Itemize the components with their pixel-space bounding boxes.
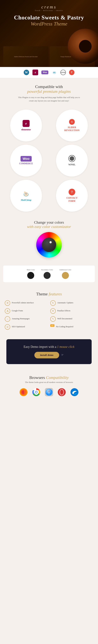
woocommerce-bar-icon: Woo [41, 70, 48, 74]
hero-preview: Author's Delicious Sweets and Chocolate … [0, 26, 98, 67]
swatch-secondary-label: Secondary Color [41, 269, 53, 271]
feature-seo-icon: ◎ [5, 324, 10, 330]
color-wheel [36, 232, 62, 258]
feature-seo: ◎ SEO Optimized [5, 324, 48, 330]
demo-section-wrapper: Easy Demo import with a 1 mouse click in… [0, 334, 98, 370]
cf7-label: CONTACTFORM [67, 197, 78, 202]
color-section: Change your colors with easy color custo… [0, 216, 98, 264]
preview-card-inner-1: Author's Delicious Sweets and Chocolate [3, 46, 48, 67]
mailchimp-icon [22, 190, 30, 198]
brand-tagline: fresh · delicious · sweets [35, 10, 63, 11]
swatch-secondary: Secondary Color [41, 269, 53, 279]
color-wheel-dot [49, 241, 52, 243]
contactform7-card: 7 CONTACTFORM [56, 180, 88, 212]
chrome-icon [32, 388, 40, 396]
compatible-heading-accent: powerful premium plugins [27, 89, 71, 94]
wpml-inner [70, 156, 74, 161]
features-heading-normal: Theme [36, 292, 48, 296]
feature-parallax: ✉ Parallax Effects [50, 308, 93, 314]
feature-nocoding: 4/5 No Coding Required [50, 324, 93, 330]
feature-documented-text: Well Documented [57, 316, 72, 320]
mailchimp-label: MailChimp [21, 199, 31, 202]
brand-logo: crems fresh · delicious · sweets [35, 4, 63, 11]
features-heading: Theme features [3, 292, 95, 296]
color-swatches: Main Color Secondary Color Additional Co… [3, 266, 95, 282]
elementor-icon: e [23, 120, 30, 127]
swatch-main: Main Color [27, 269, 35, 279]
svg-point-9 [25, 193, 26, 194]
slider-revolution-card: S SLIDERREVOLUTION [56, 110, 88, 142]
elementor-bar-icon: e [32, 70, 38, 75]
svg-text:MC: MC [53, 72, 56, 73]
hero-title: Chocolate Sweets & Pastry WordPress Them… [14, 14, 84, 27]
feature-updates-icon: ↻ [50, 300, 56, 306]
swatch-additional-circle [62, 272, 69, 279]
feature-admin-icon: ⚙ [5, 300, 10, 306]
color-heading-accent: with easy color customizator [27, 224, 71, 229]
feature-homepages-text: Amazing Homepages [12, 316, 30, 320]
compatible-heading: Compatible with powerful premium plugins [5, 84, 93, 94]
woocommerce-card: Woo COMMERCE [10, 145, 42, 176]
woo-badge: Woo [20, 156, 32, 162]
hero-section: crems fresh · delicious · sweets Chocola… [0, 0, 98, 67]
feature-parallax-icon: ✉ [50, 308, 56, 314]
firefox-icon-wrap [19, 388, 28, 397]
revolution-bar-icon [69, 70, 75, 75]
feature-fonts: A Google Fonts [5, 308, 48, 314]
install-demo-button[interactable]: install demo [34, 352, 59, 358]
hero-title-line1: Chocolate Sweets & Pastry [14, 14, 84, 21]
browser-icons [3, 388, 95, 397]
browsers-heading-accent: Compatibility [46, 375, 69, 380]
features-grid: ⚙ Powerfull Admin interface ↻ Automatic … [3, 300, 95, 330]
plugins-bar: W e Woo MC WPML [0, 67, 98, 78]
brand-name: crems [35, 4, 63, 10]
preview-card-1: Author's Delicious Sweets and Chocolate [3, 46, 48, 67]
demo-heading: Easy Demo import with a 1 mouse click [9, 345, 89, 349]
feature-homepages: ⌂ Amazing Homepages [5, 316, 48, 322]
feature-documented: ✎ Well Documented [50, 316, 93, 322]
wpml-icon [68, 155, 75, 162]
feature-updates-text: Automatic Updates [57, 300, 73, 304]
elementor-card: e elementor [10, 110, 42, 142]
feature-fonts-icon: A [5, 308, 10, 314]
feature-homepages-icon: ⌂ [5, 316, 10, 322]
browsers-heading: Browsers Compatibility [3, 375, 95, 380]
compatible-subtext: This Plugins is easy to use drag and dro… [17, 96, 81, 102]
plugin-grid: e elementor S SLIDERREVOLUTION Woo COMME… [0, 106, 98, 216]
wpml-bar-icon: WPML [60, 70, 66, 75]
donut-hole [79, 40, 92, 53]
feature-documented-icon: ✎ [50, 316, 56, 322]
chrome-icon-wrap [31, 388, 41, 397]
slider-label: SLIDERREVOLUTION [64, 126, 79, 132]
feature-updates: ↻ Automatic Updates [50, 300, 93, 306]
demo-heading-accent: 1 mouse click [57, 345, 75, 348]
svg-text:S: S [71, 121, 73, 123]
compatible-heading-normal: Compatible with [35, 84, 63, 89]
feature-admin: ⚙ Powerfull Admin interface [5, 300, 48, 306]
swatch-main-circle [27, 272, 34, 279]
svg-point-10 [26, 193, 27, 194]
safari-icon-wrap [44, 388, 54, 397]
svg-text:W: W [25, 71, 28, 74]
color-wheel-center [42, 238, 56, 252]
color-heading-normal: Change your colors [34, 220, 64, 224]
compatible-section: Compatible with powerful premium plugins… [0, 78, 98, 106]
hero-title-line2: WordPress Theme [14, 21, 84, 27]
feature-nocoding-text: No Coding Required [56, 324, 73, 328]
color-wheel-container [5, 232, 93, 258]
feature-admin-text: Powerfull Admin interface [12, 300, 34, 304]
wpml-card: WPML [56, 145, 88, 176]
slider-icon-wrap: S [69, 119, 75, 125]
swatch-additional: Additional Color [59, 269, 71, 279]
swatch-secondary-circle [44, 272, 51, 279]
demo-section: Easy Demo import with a 1 mouse click in… [6, 339, 92, 364]
opera-icon-wrap [57, 388, 67, 397]
cursor-icon: ☞ [61, 353, 64, 356]
edge-icon [70, 388, 79, 396]
safari-icon [45, 388, 53, 396]
feature-fonts-text: Google Fonts [12, 308, 23, 312]
slider-s-icon: S [69, 119, 75, 125]
demo-heading-normal: Easy Demo import with a [23, 345, 56, 348]
mailchimp-card: MailChimp [10, 180, 42, 212]
browsers-subtext: The theme looks great on all modern vers… [3, 381, 95, 384]
